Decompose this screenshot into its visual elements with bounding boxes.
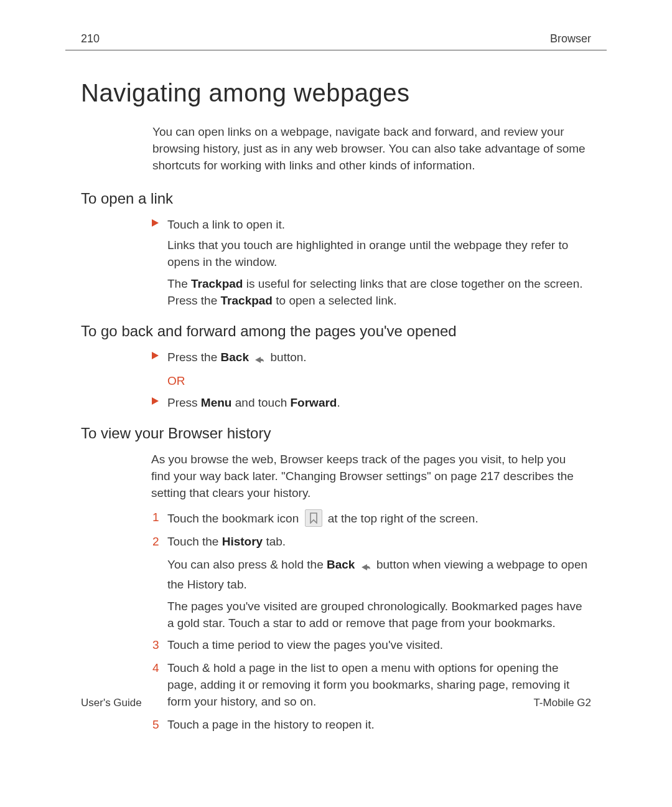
step-number: 5	[152, 717, 159, 734]
bullet-item: Press the Back button.	[151, 349, 588, 369]
svg-marker-1	[152, 352, 159, 359]
back-arrow-icon	[360, 560, 372, 577]
manual-page: 210 Browser Navigating among webpages Yo…	[0, 0, 672, 807]
footer-right: T-Mobile G2	[533, 696, 591, 710]
subheading-open-link: To open a link	[81, 188, 607, 209]
triangle-bullet-icon	[151, 351, 160, 360]
body-text: You can also press & hold the Back butto…	[151, 557, 588, 593]
body-text: The Trackpad is useful for selecting lin…	[151, 276, 588, 309]
step-item: 2 Touch the History tab.	[151, 534, 588, 550]
step-item: 5 Touch a page in the history to reopen …	[151, 717, 588, 734]
step-text: Touch a page in the history to reopen it…	[167, 718, 375, 731]
bullet-text: Press Menu and touch Forward.	[167, 396, 340, 409]
bookmark-icon	[305, 509, 322, 527]
step-text: Touch the History tab.	[167, 535, 286, 548]
intro-paragraph: You can open links on a webpage, navigat…	[152, 124, 588, 174]
step-number: 4	[152, 660, 159, 677]
body-text: As you browse the web, Browser keeps tra…	[151, 451, 588, 502]
back-arrow-icon	[253, 352, 266, 369]
bullet-text: Touch a link to open it.	[167, 218, 285, 231]
step-item: 1 Touch the bookmark icon at the top rig…	[151, 509, 588, 527]
section-back-forward: Press the Back button. OR Press Menu and…	[151, 349, 588, 412]
subheading-back-forward: To go back and forward among the pages y…	[81, 321, 607, 342]
section-open-link: Touch a link to open it. Links that you …	[151, 217, 588, 309]
section-label: Browser	[550, 31, 591, 47]
bullet-item: Touch a link to open it.	[151, 217, 588, 234]
triangle-bullet-icon	[151, 397, 160, 405]
triangle-bullet-icon	[151, 219, 160, 227]
svg-marker-2	[152, 397, 159, 405]
section-history: As you browse the web, Browser keeps tra…	[151, 451, 588, 734]
page-header: 210 Browser	[65, 31, 607, 50]
step-number: 1	[152, 509, 159, 526]
or-separator: OR	[151, 373, 588, 390]
step-item: 3 Touch a time period to view the pages …	[151, 637, 588, 654]
step-text: Touch the bookmark icon at the top right…	[167, 512, 478, 525]
body-text: Links that you touch are highlighted in …	[151, 237, 588, 271]
page-number: 210	[81, 31, 100, 47]
svg-marker-0	[152, 219, 159, 227]
body-text: The pages you've visited are grouped chr…	[151, 598, 588, 632]
bullet-text: Press the Back button.	[167, 351, 307, 364]
step-text: Touch a time period to view the pages yo…	[167, 638, 443, 651]
footer-left: User's Guide	[81, 696, 142, 710]
step-number: 3	[152, 637, 159, 654]
page-footer: User's Guide T-Mobile G2	[81, 696, 591, 710]
step-number: 2	[152, 534, 159, 550]
page-title: Navigating among webpages	[81, 75, 607, 111]
bullet-item: Press Menu and touch Forward.	[151, 395, 588, 412]
subheading-history: To view your Browser history	[81, 423, 607, 444]
